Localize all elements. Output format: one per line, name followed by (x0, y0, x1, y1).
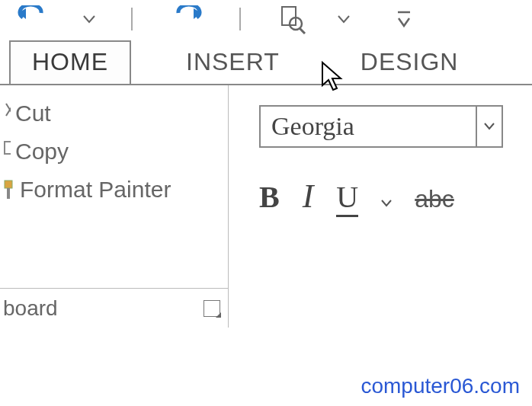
separator (131, 8, 133, 30)
qat-customize-button[interactable] (396, 9, 412, 29)
font-style-row: B I U abc (259, 177, 517, 217)
font-family-value: Georgia (261, 112, 354, 141)
svg-rect-8 (7, 188, 10, 199)
copy-button[interactable]: Copy (0, 133, 228, 171)
clipboard-group: Cut Copy Format Painter board (0, 85, 229, 328)
copy-icon (3, 140, 11, 163)
format-painter-label: Format Painter (20, 177, 171, 203)
underline-dropdown-icon[interactable] (381, 200, 392, 207)
svg-rect-6 (5, 142, 11, 154)
ribbon: Cut Copy Format Painter board Georgia (0, 84, 532, 328)
tab-design[interactable]: DESIGN (339, 42, 480, 84)
separator (239, 8, 241, 30)
ribbon-tabs: HOME INSERT DESIGN (0, 38, 532, 84)
undo-button[interactable] (15, 5, 52, 33)
format-painter-button[interactable]: Format Painter (0, 171, 228, 209)
redo-button[interactable] (168, 5, 204, 33)
format-painter-icon (3, 178, 15, 201)
cut-icon (3, 102, 11, 125)
bold-button[interactable]: B (259, 179, 280, 215)
strikethrough-button[interactable]: abc (415, 185, 454, 213)
clipboard-footer: board (0, 288, 228, 328)
tab-home[interactable]: HOME (9, 40, 131, 84)
svg-rect-7 (5, 181, 12, 188)
underline-button[interactable]: U (336, 179, 358, 217)
font-group: Georgia B I U abc (229, 85, 532, 328)
tab-insert[interactable]: INSERT (165, 42, 301, 84)
cut-button[interactable]: Cut (0, 94, 228, 133)
italic-button[interactable]: I (303, 177, 314, 216)
copy-label: Copy (15, 139, 69, 165)
preview-dropdown-icon[interactable] (337, 14, 351, 24)
undo-dropdown-icon[interactable] (82, 14, 96, 24)
clipboard-dialog-launcher-icon[interactable] (204, 300, 220, 317)
print-preview-icon[interactable] (276, 4, 306, 34)
svg-line-2 (300, 28, 305, 34)
clipboard-group-label: board (3, 296, 58, 321)
font-family-dropdown-icon[interactable] (476, 107, 502, 146)
cut-label: Cut (15, 101, 51, 126)
quick-access-toolbar (0, 0, 532, 38)
watermark: computer06.com (361, 374, 520, 398)
font-family-select[interactable]: Georgia (259, 105, 503, 148)
